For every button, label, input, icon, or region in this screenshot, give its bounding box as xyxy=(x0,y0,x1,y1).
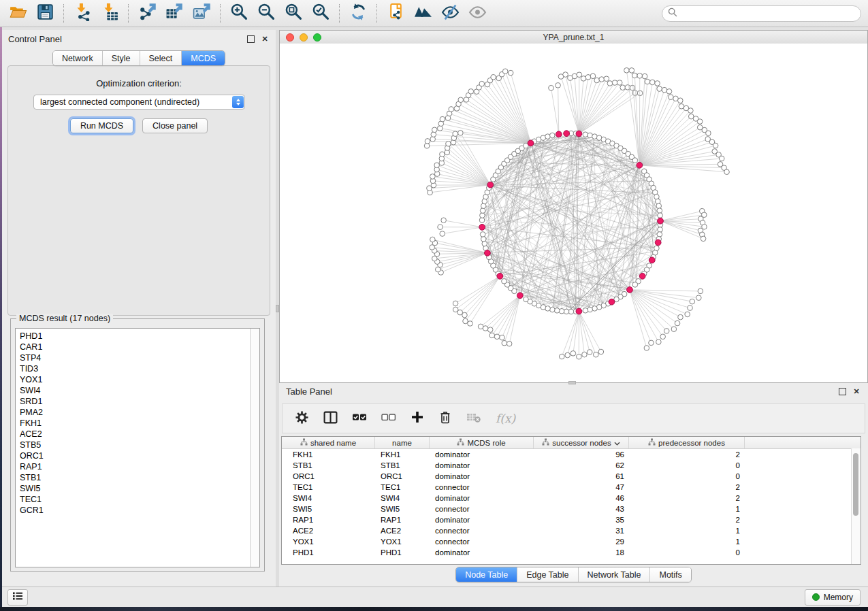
mcds-result-item[interactable]: STB1 xyxy=(16,472,259,483)
shared-column-icon xyxy=(300,438,308,447)
deselect-all-button[interactable] xyxy=(381,412,396,425)
column-header-MCDS-role[interactable]: MCDS role xyxy=(430,437,534,448)
tab-style[interactable]: Style xyxy=(102,51,140,65)
mcds-result-item[interactable]: TEC1 xyxy=(16,494,259,505)
mcds-result-item[interactable]: CAR1 xyxy=(16,342,259,352)
tab-mcds[interactable]: MCDS xyxy=(181,51,225,65)
table-cell: 0 xyxy=(629,472,745,480)
mcds-panel: Optimization criterion: largest connecte… xyxy=(7,65,270,316)
network-graph[interactable] xyxy=(280,44,867,382)
import-network-button[interactable] xyxy=(69,2,96,25)
memory-button[interactable]: Memory xyxy=(805,589,861,606)
mcds-result-item[interactable]: FKH1 xyxy=(16,418,259,429)
network-from-selection-button[interactable] xyxy=(382,2,409,25)
control-panel-tabbar: NetworkStyleSelectMCDS xyxy=(52,50,225,66)
task-history-button[interactable] xyxy=(7,589,28,606)
tab-network[interactable]: Network xyxy=(53,51,102,65)
mcds-result-item[interactable]: ORC1 xyxy=(16,450,259,461)
table-cell: connector xyxy=(430,483,534,491)
export-image-button[interactable] xyxy=(188,2,215,25)
mcds-result-item[interactable]: SWI5 xyxy=(16,483,259,494)
table-row[interactable]: ORC1ORC1dominator610 xyxy=(282,471,861,482)
search-input[interactable] xyxy=(681,8,855,19)
mcds-result-item[interactable]: YOX1 xyxy=(16,374,259,385)
table-panel-float-button[interactable] xyxy=(837,386,847,396)
tab-select[interactable]: Select xyxy=(140,51,182,65)
close-icon: ✕ xyxy=(853,387,859,396)
close-panel-button[interactable]: Close panel xyxy=(142,118,208,133)
table-row[interactable]: SWI5SWI5connector431 xyxy=(282,503,861,514)
table-cell: SWI5 xyxy=(282,505,375,513)
table-cell: 96 xyxy=(534,450,629,459)
table-row[interactable]: ACE2ACE2connector311 xyxy=(282,525,861,536)
table-row[interactable]: SWI4SWI4dominator462 xyxy=(282,493,861,503)
zoom-selected-button[interactable] xyxy=(307,2,334,25)
show-all-button[interactable] xyxy=(464,2,491,25)
tab-network-table[interactable]: Network Table xyxy=(578,567,650,582)
zoom-in-button[interactable] xyxy=(225,2,253,25)
search-field[interactable] xyxy=(662,5,861,22)
table-vertical-scrollbar[interactable] xyxy=(851,448,861,564)
status-bar: Memory xyxy=(0,587,868,607)
table-cell: PHD1 xyxy=(375,548,430,557)
search-icon xyxy=(668,7,677,20)
table-row[interactable]: STB1STB1dominator620 xyxy=(282,460,861,471)
export-network-button[interactable] xyxy=(133,2,161,25)
trash-icon xyxy=(438,410,452,427)
export-table-button[interactable] xyxy=(161,2,188,25)
mcds-result-item[interactable]: STB5 xyxy=(16,440,259,450)
mcds-list-scrollbar[interactable] xyxy=(250,329,259,567)
table-row[interactable]: TEC1TEC1connector472 xyxy=(282,482,861,493)
open-session-button[interactable] xyxy=(4,2,31,25)
horizontal-splitter-handle[interactable] xyxy=(568,381,576,384)
table-settings-button[interactable] xyxy=(295,410,309,427)
optimization-criterion-select[interactable]: largest connected component (undirected) xyxy=(33,95,245,110)
column-header-successor-nodes[interactable]: successor nodes xyxy=(534,437,629,448)
table-panel: Table Panel ✕ xyxy=(279,383,868,587)
zoom-out-button[interactable] xyxy=(253,2,280,25)
column-header-shared-name[interactable]: shared name xyxy=(282,437,375,448)
tab-motifs[interactable]: Motifs xyxy=(649,567,690,582)
hide-selected-button[interactable] xyxy=(436,2,464,25)
mcds-result-item[interactable]: GCR1 xyxy=(16,505,259,516)
network-canvas[interactable] xyxy=(280,44,867,382)
mcds-result-item[interactable]: PMA2 xyxy=(16,407,259,418)
mcds-result-item[interactable]: SRD1 xyxy=(16,396,259,407)
add-column-button[interactable] xyxy=(411,410,424,427)
table-panel-close-button[interactable]: ✕ xyxy=(852,386,861,396)
navigator-button[interactable] xyxy=(409,2,436,25)
tab-node-table[interactable]: Node Table xyxy=(456,567,517,582)
mcds-result-item[interactable]: SWI4 xyxy=(16,385,259,396)
column-header-name[interactable]: name xyxy=(375,437,430,448)
show-column-panel-button[interactable] xyxy=(323,411,338,427)
table-row[interactable]: RAP1RAP1dominator352 xyxy=(282,514,861,525)
zoom-fit-button[interactable] xyxy=(280,2,307,25)
refresh-layout-button[interactable] xyxy=(344,2,372,25)
tab-edge-table[interactable]: Edge Table xyxy=(517,567,577,582)
table-row[interactable]: YOX1YOX1connector291 xyxy=(282,536,861,547)
table-cell: dominator xyxy=(430,516,534,524)
table-row[interactable]: FKH1FKH1dominator962 xyxy=(282,449,861,460)
mcds-result-item[interactable]: STP4 xyxy=(16,352,259,363)
table-row[interactable]: PHD1PHD1dominator180 xyxy=(282,547,861,558)
mcds-result-item[interactable]: TID3 xyxy=(16,363,259,374)
import-table-button[interactable] xyxy=(96,2,123,25)
select-all-button[interactable] xyxy=(352,412,367,425)
run-mcds-button[interactable]: Run MCDS xyxy=(70,118,133,133)
control-panel-close-button[interactable]: ✕ xyxy=(260,34,270,44)
table-cell: 18 xyxy=(534,548,629,557)
table-cell: SWI4 xyxy=(375,494,430,502)
desktop-wallpaper-bottom xyxy=(0,607,868,611)
mcds-result-item[interactable]: PHD1 xyxy=(16,331,259,342)
column-header-predecessor-nodes[interactable]: predecessor nodes xyxy=(629,437,745,448)
table-cell: 46 xyxy=(534,494,629,502)
scrollbar-thumb[interactable] xyxy=(853,453,858,516)
delete-column-button[interactable] xyxy=(438,410,452,427)
save-session-button[interactable] xyxy=(31,2,59,25)
table-cell: 61 xyxy=(534,472,629,480)
mcds-result-item[interactable]: RAP1 xyxy=(16,461,259,472)
table-cell: 0 xyxy=(629,461,745,469)
mcds-result-item[interactable]: ACE2 xyxy=(16,429,259,440)
mcds-result-list[interactable]: PHD1CAR1STP4TID3YOX1SWI4SRD1PMA2FKH1ACE2… xyxy=(15,328,260,567)
control-panel-float-button[interactable] xyxy=(246,34,255,44)
